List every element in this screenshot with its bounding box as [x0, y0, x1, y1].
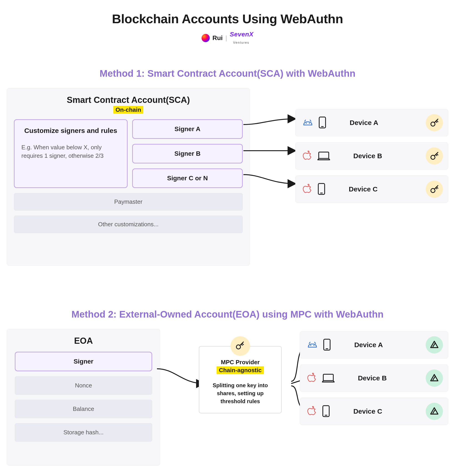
eoa-signer: Signer: [15, 352, 152, 371]
android-icon: [307, 342, 318, 348]
signers-column: Signer A Signer B Signer C or N: [132, 119, 243, 188]
key-badge-icon: [426, 147, 443, 165]
device-card-a: Device A: [300, 331, 448, 359]
mpc-title: MPC Provider: [205, 359, 275, 366]
eoa-balance: Balance: [15, 400, 152, 418]
mpc-column: MPC Provider Chain-agnostic Splitting on…: [199, 329, 282, 466]
sca-box-tag: On-chain: [14, 106, 243, 113]
signer-c: Signer C or N: [132, 168, 243, 188]
sca-box: Smart Contract Account(SCA) On-chain Cus…: [7, 88, 250, 266]
rules-title: Customize signers and rules: [21, 126, 120, 135]
brand-sub: Ventures: [233, 41, 249, 44]
apple-icon: [302, 184, 312, 194]
method2-devices: Device A Device B Device C: [300, 329, 448, 466]
eoa-nonce: Nonce: [15, 376, 152, 395]
author-name: Rui: [212, 34, 223, 42]
device-card-c: Device C: [295, 175, 448, 203]
brand-name: SevenX: [230, 31, 253, 38]
device-label: Device C: [353, 408, 382, 415]
device-label: Device B: [353, 152, 382, 160]
phone-icon: [321, 405, 331, 418]
method2-heading: Method 2: External-Owned Account(EOA) us…: [7, 309, 448, 320]
page-title: Blockchain Accounts Using WebAuthn: [7, 11, 448, 26]
rules-box: Customize signers and rules E.g. When va…: [14, 119, 128, 188]
method2-diagram: EOA Signer Nonce Balance Storage hash...…: [7, 329, 448, 466]
phone-icon: [318, 117, 327, 129]
device-label: Device B: [358, 374, 387, 382]
device-card-b: Device B: [295, 142, 448, 170]
laptop-icon: [317, 151, 331, 161]
device-label: Device C: [349, 185, 378, 193]
mpc-box: MPC Provider Chain-agnostic Splitting on…: [199, 346, 282, 413]
mpc-desc: Splitting one key into shares, setting u…: [205, 382, 275, 405]
apple-icon: [307, 406, 317, 417]
paymaster-bar: Paymaster: [14, 193, 243, 210]
share-badge-icon: [426, 369, 443, 387]
laptop-icon: [321, 373, 335, 383]
share-badge-icon: [426, 403, 443, 420]
phone-icon: [317, 183, 326, 195]
android-icon: [302, 119, 313, 126]
eoa-box: EOA Signer Nonce Balance Storage hash...: [7, 329, 160, 466]
device-card-b: Device B: [300, 364, 448, 392]
device-card-a: Device A: [295, 109, 448, 136]
method1-heading: Method 1: Smart Contract Account(SCA) wi…: [7, 68, 448, 79]
device-card-c: Device C: [300, 398, 448, 425]
share-badge-icon: [426, 336, 443, 353]
separator: |: [226, 34, 227, 42]
eoa-storage-hash: Storage hash...: [15, 423, 152, 442]
method1-diagram: Smart Contract Account(SCA) On-chain Cus…: [7, 88, 448, 266]
key-badge-icon: [230, 336, 250, 356]
device-label: Device A: [350, 119, 378, 126]
method1-devices: Device A Device B Device C: [295, 88, 448, 266]
sca-box-title: Smart Contract Account(SCA): [14, 95, 243, 105]
rules-example: E.g. When value below X, only requires 1…: [21, 143, 120, 160]
key-badge-icon: [426, 181, 443, 198]
other-customizations-bar: Other customizations...: [14, 216, 243, 233]
device-label: Device A: [354, 341, 383, 349]
key-badge-icon: [426, 114, 443, 131]
author-avatar-icon: [202, 34, 210, 42]
signer-a: Signer A: [132, 119, 243, 139]
signer-b: Signer B: [132, 144, 243, 163]
eoa-title: EOA: [15, 336, 152, 346]
mpc-tag: Chain-agnostic: [205, 367, 275, 374]
apple-icon: [302, 151, 312, 161]
byline: Rui | SevenX Ventures: [7, 31, 448, 45]
phone-icon: [322, 339, 332, 351]
apple-icon: [307, 373, 317, 383]
